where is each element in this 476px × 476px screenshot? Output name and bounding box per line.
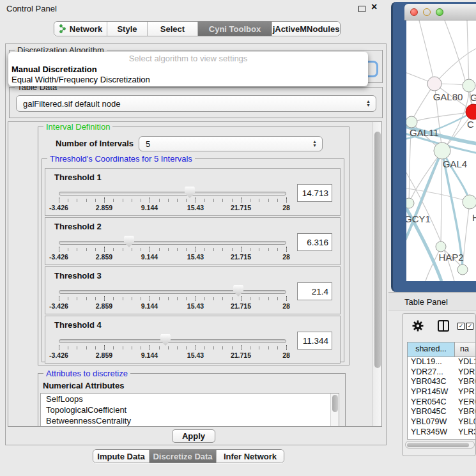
- list-item-selfloops[interactable]: SelfLoops: [41, 394, 339, 404]
- tab-network[interactable]: Network: [54, 22, 107, 36]
- cell-shared-name[interactable]: YBR045C: [408, 407, 455, 417]
- node-gal4[interactable]: [434, 142, 450, 159]
- tab-cyni-toolbox[interactable]: Cyni Toolbox: [198, 22, 272, 36]
- tab-impute-data[interactable]: Impute Data: [93, 450, 150, 463]
- node-h[interactable]: [463, 195, 476, 209]
- list-item-topologicalcoefficient[interactable]: TopologicalCoefficient: [41, 404, 339, 415]
- cell-name[interactable]: YBR0: [455, 377, 476, 387]
- network-canvas[interactable]: GAL80 G. C GAL11 GAL4 GCY1 H HAP2: [406, 20, 476, 281]
- node-label-gal11: GAL11: [410, 127, 439, 138]
- maximize-traffic-light-icon[interactable]: [436, 8, 443, 16]
- cell-shared-name[interactable]: YPR145W: [408, 387, 455, 397]
- threshold-3-slider-track[interactable]: [59, 290, 286, 294]
- table-row[interactable]: YDL19...YDL1: [408, 357, 476, 367]
- node-gcy1[interactable]: [406, 198, 414, 208]
- column-header-shared-name[interactable]: shared...: [408, 342, 455, 357]
- node-gal11[interactable]: [406, 116, 417, 128]
- table-row[interactable]: YDR27...YDR2: [408, 367, 476, 378]
- cell-shared-name[interactable]: YBR043C: [408, 377, 455, 387]
- tab-style[interactable]: Style: [107, 22, 148, 36]
- combobox-stepper-icon[interactable]: ▲▼: [312, 137, 317, 151]
- threshold-2-slider-track[interactable]: [59, 241, 286, 245]
- network-icon: [59, 24, 66, 33]
- table-horizontal-scrollbar[interactable]: [405, 441, 475, 449]
- attributes-list-scrollbar[interactable]: [330, 394, 339, 427]
- tab-infer-network[interactable]: Infer Network: [217, 450, 284, 463]
- close-icon[interactable]: ×: [371, 1, 377, 13]
- table-row[interactable]: YBR043CYBR0: [408, 377, 476, 387]
- tab-discretize-data[interactable]: Discretize Data: [150, 450, 217, 463]
- tab-infer-network-label: Infer Network: [224, 452, 277, 461]
- list-item-betweennesscentrality[interactable]: BetweennessCentrality: [41, 415, 339, 426]
- control-panel-title: Control Panel: [6, 4, 57, 13]
- apply-button[interactable]: Apply: [172, 429, 215, 443]
- cell-name[interactable]: YIL0: [455, 438, 476, 440]
- gear-icon[interactable]: [411, 319, 424, 332]
- threshold-2-slider-thumb[interactable]: [124, 236, 134, 247]
- threshold-4-slider-thumb[interactable]: [160, 334, 171, 346]
- table-row[interactable]: YBR045CYBR0: [408, 407, 476, 417]
- checkbox-icon[interactable]: ✓: [457, 323, 464, 330]
- threshold-3-slider-thumb[interactable]: [233, 285, 243, 296]
- cell-name[interactable]: YER0: [455, 397, 476, 408]
- cell-shared-name[interactable]: YBL079W: [408, 417, 455, 427]
- float-window-icon[interactable]: [358, 6, 365, 12]
- scrollbar-thumb[interactable]: [374, 132, 381, 368]
- threshold-1-slider-track[interactable]: [59, 192, 286, 196]
- checkbox-icon[interactable]: ✓: [466, 323, 473, 330]
- cell-shared-name[interactable]: YER054C: [408, 397, 455, 408]
- threshold-4-slider-track[interactable]: [59, 339, 286, 343]
- cell-name[interactable]: YDR2: [455, 367, 476, 378]
- minimize-traffic-light-icon[interactable]: [423, 8, 431, 16]
- table-row[interactable]: YLR345WYLR3: [408, 427, 476, 438]
- table-data-combobox[interactable]: galFiltered.sif default node ▲▼: [16, 95, 376, 112]
- table-row[interactable]: YBL079WYBL0: [408, 417, 476, 427]
- cell-name[interactable]: YLR3: [455, 427, 476, 438]
- table-header-row: shared... na: [408, 342, 476, 357]
- threshold-3-value-field[interactable]: [297, 282, 332, 300]
- dropdown-placeholder-item[interactable]: Select algorithm to view settings: [8, 54, 368, 63]
- threshold-1-card: Threshold 1 -3.426 2.859 9.144 15.43 21.…: [45, 168, 341, 216]
- split-panel-icon[interactable]: [438, 320, 449, 332]
- threshold-2-value-field[interactable]: [297, 233, 332, 251]
- number-of-intervals-label: Number of Intervals: [56, 139, 134, 148]
- node-selected-red[interactable]: [466, 104, 476, 119]
- scrollbar-thumb[interactable]: [332, 395, 338, 412]
- node-hap2[interactable]: [436, 242, 446, 252]
- threshold-4-value-field[interactable]: [297, 332, 332, 349]
- settings-vertical-scrollbar[interactable]: [372, 122, 382, 426]
- close-traffic-light-icon[interactable]: [410, 8, 418, 16]
- network-view-titlebar[interactable]: [404, 4, 476, 20]
- table-row[interactable]: YER054CYER0: [408, 397, 476, 408]
- cell-name[interactable]: YDL1: [455, 357, 476, 367]
- cell-name[interactable]: YPR1: [455, 387, 476, 397]
- scrollbar-thumb[interactable]: [407, 443, 469, 447]
- scale-label: 15.43: [187, 351, 204, 359]
- slider-minor-ticks: [59, 346, 287, 349]
- cell-shared-name[interactable]: YLR345W: [408, 427, 455, 438]
- node-gal80[interactable]: [427, 77, 441, 91]
- table-row[interactable]: YIL053CYIL0: [408, 438, 476, 440]
- column-header-name[interactable]: na: [455, 342, 476, 357]
- tab-jactivemnodules[interactable]: jActiveMNodules: [272, 22, 340, 36]
- node-bottom[interactable]: [457, 265, 468, 275]
- algorithm-dropdown-popup: Select algorithm to view settings Manual…: [8, 52, 368, 86]
- combobox-stepper-icon[interactable]: ▲▼: [366, 96, 371, 111]
- cell-shared-name[interactable]: YDL19...: [408, 357, 455, 367]
- settings-scrollpanel: Interval Definition Number of Intervals …: [8, 121, 382, 427]
- threshold-1-value-field[interactable]: [297, 184, 332, 202]
- tab-select[interactable]: Select: [148, 22, 198, 36]
- dropdown-option-manual[interactable]: Manual Discretization: [12, 65, 97, 74]
- table-row[interactable]: YPR145WYPR1: [408, 387, 476, 397]
- cell-shared-name[interactable]: YDR27...: [408, 367, 455, 378]
- cell-name[interactable]: YBR0: [455, 407, 476, 417]
- network-view-frame[interactable]: GAL80 G. C GAL11 GAL4 GCY1 H HAP2: [391, 2, 476, 292]
- number-of-intervals-combobox[interactable]: 5 ▲▼: [139, 136, 323, 151]
- cell-name[interactable]: YBL0: [455, 417, 476, 427]
- threshold-1-slider-thumb[interactable]: [185, 187, 195, 198]
- node-top-right[interactable]: [463, 79, 475, 92]
- scale-label: 21.715: [231, 204, 251, 211]
- dropdown-option-equal-width[interactable]: Equal Width/Frequency Discretization: [12, 75, 150, 84]
- scale-label: 9.144: [141, 302, 158, 310]
- cell-shared-name[interactable]: YIL053C: [408, 438, 455, 440]
